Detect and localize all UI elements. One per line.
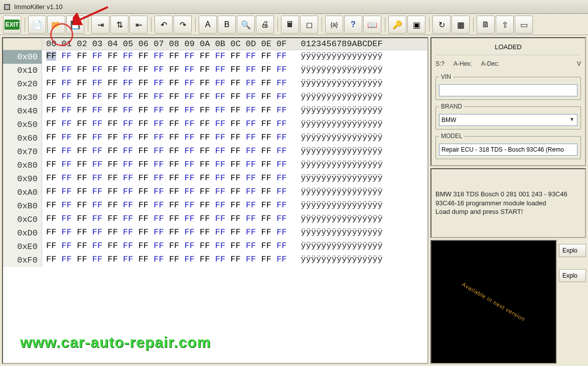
hex-bytes[interactable]: FF FF FF FF FF FF FF FF FF FF FF FF FF F…: [42, 199, 289, 213]
hex-row[interactable]: 0x60FF FF FF FF FF FF FF FF FF FF FF FF …: [3, 132, 427, 145]
book-icon: 📖: [367, 20, 377, 30]
exit-button[interactable]: EXIT: [3, 16, 21, 34]
ascii-cell: ÿÿÿÿÿÿÿÿÿÿÿÿÿÿÿÿ: [289, 77, 385, 91]
hex-bytes[interactable]: FF FF FF FF FF FF FF FF FF FF FF FF FF F…: [42, 159, 289, 172]
hex-bytes[interactable]: FF FF FF FF FF FF FF FF FF FF FF FF FF F…: [42, 132, 289, 145]
loaded-header: LOADED: [435, 41, 581, 55]
hex-row[interactable]: 0xE0FF FF FF FF FF FF FF FF FF FF FF FF …: [3, 240, 427, 254]
hex-bytes[interactable]: FF FF FF FF FF FF FF FF FF FF FF FF FF F…: [42, 240, 289, 254]
hex-bytes[interactable]: FF FF FF FF FF FF FF FF FF FF FF FF FF F…: [42, 50, 289, 64]
module-button[interactable]: ▦: [452, 16, 470, 34]
swap-icon: ⇅: [116, 20, 123, 30]
hex-row[interactable]: 0xF0FF FF FF FF FF FF FF FF FF FF FF FF …: [3, 254, 427, 267]
select-button[interactable]: ▭: [515, 16, 533, 34]
hex-bytes[interactable]: FF FF FF FF FF FF FF FF FF FF FF FF FF F…: [42, 213, 289, 226]
refresh-button[interactable]: ↻: [432, 16, 451, 34]
status-s: S:?: [435, 60, 445, 67]
page-a-button[interactable]: A: [199, 16, 217, 34]
offset-cell: 0x90: [3, 172, 42, 186]
module-icon: ▦: [457, 20, 465, 30]
help-icon: ?: [351, 20, 356, 29]
hex-bytes[interactable]: FF FF FF FF FF FF FF FF FF FF FF FF FF F…: [42, 104, 289, 118]
redo-icon: ↷: [180, 20, 186, 30]
hex-bytes[interactable]: FF FF FF FF FF FF FF FF FF FF FF FF FF F…: [42, 118, 289, 132]
explore-button-2[interactable]: Explo: [559, 269, 586, 282]
chip-button[interactable]: ▣: [407, 16, 425, 34]
offset-cell: 0xD0: [3, 226, 42, 240]
hex-editor[interactable]: 00 01 02 03 04 05 06 07 08 09 0A 0B 0C 0…: [2, 37, 428, 364]
import-button[interactable]: ⇥: [91, 16, 109, 34]
page-b-button[interactable]: B: [218, 16, 236, 34]
hex-bytes[interactable]: FF FF FF FF FF FF FF FF FF FF FF FF FF F…: [42, 254, 289, 267]
model-group: MODEL: [435, 133, 581, 159]
save-button[interactable]: 💾: [66, 16, 84, 34]
undo-icon: ↶: [161, 20, 167, 30]
hex-bytes[interactable]: FF FF FF FF FF FF FF FF FF FF FF FF FF F…: [42, 226, 289, 240]
window-button[interactable]: ◻: [300, 16, 318, 34]
ascii-cell: ÿÿÿÿÿÿÿÿÿÿÿÿÿÿÿÿ: [289, 240, 385, 254]
app-icon: [3, 3, 11, 11]
ascii-cell: ÿÿÿÿÿÿÿÿÿÿÿÿÿÿÿÿ: [289, 226, 385, 240]
find-button[interactable]: 🔍: [237, 16, 255, 34]
hex-row[interactable]: 0xD0FF FF FF FF FF FF FF FF FF FF FF FF …: [3, 226, 427, 240]
explore-button-1[interactable]: Explo: [559, 244, 586, 257]
hex-bytes[interactable]: FF FF FF FF FF FF FF FF FF FF FF FF FF F…: [42, 145, 289, 159]
print-button[interactable]: 🖨: [256, 16, 274, 34]
model-field[interactable]: [439, 144, 577, 156]
vin-label: VIN: [439, 73, 453, 80]
book-button[interactable]: 📖: [363, 16, 381, 34]
hex-row[interactable]: 0xA0FF FF FF FF FF FF FF FF FF FF FF FF …: [3, 186, 427, 199]
open-file-button[interactable]: 📂: [47, 16, 65, 34]
export-button[interactable]: ⇤: [129, 16, 148, 34]
offset-cell: 0x20: [3, 77, 42, 91]
braces-button[interactable]: {a}: [325, 16, 343, 34]
hex-row[interactable]: 0x30FF FF FF FF FF FF FF FF FF FF FF FF …: [3, 91, 427, 104]
toolbar: EXIT 📄 📂 💾 ⇥ ⇅ ⇤ ↶ ↷ A B 🔍 🖨 🖩 ◻ {a} ? 📖…: [0, 14, 588, 35]
note-icon: 🗎: [482, 20, 490, 29]
hex-bytes[interactable]: FF FF FF FF FF FF FF FF FF FF FF FF FF F…: [42, 77, 289, 91]
hex-row[interactable]: 0x20FF FF FF FF FF FF FF FF FF FF FF FF …: [3, 77, 427, 91]
hex-row[interactable]: 0x10FF FF FF FF FF FF FF FF FF FF FF FF …: [3, 64, 427, 77]
offset-cell: 0xC0: [3, 213, 42, 226]
offset-cell: 0x10: [3, 64, 42, 77]
hex-row[interactable]: 0x00FF FF FF FF FF FF FF FF FF FF FF FF …: [3, 50, 427, 64]
hex-row[interactable]: 0xB0FF FF FF FF FF FF FF FF FF FF FF FF …: [3, 199, 427, 213]
offset-cell: 0x80: [3, 159, 42, 172]
hex-row[interactable]: 0x50FF FF FF FF FF FF FF FF FF FF FF FF …: [3, 118, 427, 132]
vin-input[interactable]: [439, 84, 577, 96]
hex-bytes[interactable]: FF FF FF FF FF FF FF FF FF FF FF FF FF F…: [42, 64, 289, 77]
preview-area: Available in next version Explo Explo: [430, 240, 586, 364]
vin-group: VIN: [435, 73, 581, 100]
hex-bytes[interactable]: FF FF FF FF FF FF FF FF FF FF FF FF FF F…: [42, 172, 289, 186]
swap-button[interactable]: ⇅: [110, 16, 128, 34]
hex-row[interactable]: 0x40FF FF FF FF FF FF FF FF FF FF FF FF …: [3, 104, 427, 118]
status-adec: A-Dec:: [481, 60, 500, 67]
redo-button[interactable]: ↷: [174, 16, 192, 34]
undo-button[interactable]: ↶: [155, 16, 173, 34]
ascii-cell: ÿÿÿÿÿÿÿÿÿÿÿÿÿÿÿÿ: [289, 91, 385, 104]
help-button[interactable]: ?: [344, 16, 362, 34]
brand-select[interactable]: [439, 114, 577, 126]
loaded-panel: LOADED S:? A-Hex: A-Dec: V VIN BRAND MOD…: [430, 37, 586, 166]
hex-bytes[interactable]: FF FF FF FF FF FF FF FF FF FF FF FF FF F…: [42, 186, 289, 199]
new-file-button[interactable]: 📄: [28, 16, 46, 34]
key-icon: 🔑: [392, 20, 402, 30]
hex-bytes[interactable]: FF FF FF FF FF FF FF FF FF FF FF FF FF F…: [42, 91, 289, 104]
hex-body[interactable]: 0x00FF FF FF FF FF FF FF FF FF FF FF FF …: [3, 50, 427, 363]
hex-row[interactable]: 0xC0FF FF FF FF FF FF FF FF FF FF FF FF …: [3, 213, 427, 226]
hex-row[interactable]: 0x90FF FF FF FF FF FF FF FF FF FF FF FF …: [3, 172, 427, 186]
hex-row[interactable]: 0x70FF FF FF FF FF FF FF FF FF FF FF FF …: [3, 145, 427, 159]
up-button[interactable]: ⇧: [496, 16, 514, 34]
ascii-cell: ÿÿÿÿÿÿÿÿÿÿÿÿÿÿÿÿ: [289, 159, 385, 172]
hex-row[interactable]: 0x80FF FF FF FF FF FF FF FF FF FF FF FF …: [3, 159, 427, 172]
page-a-icon: A: [205, 20, 211, 29]
offset-cell: 0x70: [3, 145, 42, 159]
brand-group: BRAND: [435, 103, 581, 130]
import-icon: ⇥: [97, 20, 104, 30]
calc-button[interactable]: 🖩: [281, 16, 299, 34]
key-button[interactable]: 🔑: [388, 16, 406, 34]
braces-icon: {a}: [331, 21, 338, 28]
status-row: S:? A-Hex: A-Dec: V: [435, 58, 581, 70]
ascii-cell: ÿÿÿÿÿÿÿÿÿÿÿÿÿÿÿÿ: [289, 132, 385, 145]
note-button[interactable]: 🗎: [477, 16, 495, 34]
